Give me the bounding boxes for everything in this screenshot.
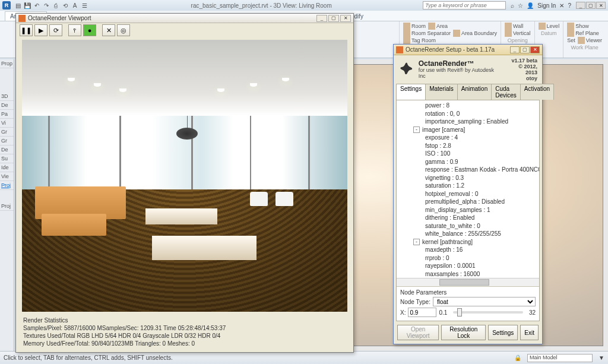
show-button[interactable]: Show: [575, 23, 589, 29]
panel-tab-gr2[interactable]: Gr: [0, 137, 14, 145]
tree-row[interactable]: exposure : 4: [399, 134, 537, 142]
panel-tab-vi[interactable]: Vi: [0, 119, 14, 128]
qat-sync-icon[interactable]: ⟲: [62, 2, 69, 9]
settings-button[interactable]: Settings: [488, 325, 518, 340]
setup-close-button[interactable]: ✕: [530, 46, 540, 53]
qat-open-icon[interactable]: ▤: [14, 2, 21, 9]
tree-row[interactable]: power : 8: [399, 102, 537, 110]
viewport-render-area[interactable]: [22, 40, 347, 312]
vp-maximize-button[interactable]: ▢: [328, 15, 339, 22]
close-button[interactable]: ✕: [596, 2, 606, 9]
filter-icon[interactable]: ▼: [598, 354, 604, 361]
tree-row[interactable]: importance_sampling : Enabled: [399, 118, 537, 126]
area-boundary-button[interactable]: Area Boundary: [461, 30, 497, 36]
tab-settings[interactable]: Settings: [396, 84, 426, 100]
workset-select[interactable]: Main Model: [527, 354, 593, 362]
panel-tab-prop[interactable]: Prop: [0, 59, 14, 68]
revit-app-icon[interactable]: R: [2, 1, 11, 10]
tree-row[interactable]: min_display_samples : 1: [399, 206, 537, 214]
room-button[interactable]: Room: [411, 23, 426, 29]
panel-tab-gr[interactable]: Gr: [0, 128, 14, 137]
subscription-icon[interactable]: ☆: [518, 2, 523, 9]
expand-icon[interactable]: -: [413, 126, 420, 133]
help-icon[interactable]: ?: [568, 2, 571, 9]
tree-row[interactable]: gamma : 0.9: [399, 158, 537, 166]
panel-tab-ide[interactable]: Ide: [0, 163, 14, 172]
qat-save-icon[interactable]: 💾: [24, 2, 31, 9]
panel-tab-de[interactable]: De: [0, 101, 14, 110]
play-button[interactable]: ▶: [34, 24, 48, 36]
vertical-button[interactable]: Vertical: [513, 30, 531, 36]
room-separator-button[interactable]: Room Separator: [411, 30, 451, 36]
settings-tree[interactable]: power : 8rotation : 0, 0importance_sampl…: [397, 100, 539, 278]
panel-tab-3d[interactable]: 3D: [0, 92, 14, 101]
area-button[interactable]: Area: [436, 23, 448, 29]
level-button[interactable]: Level: [547, 23, 560, 29]
tree-row[interactable]: -kernel [pathtracing]: [399, 238, 537, 246]
qat-undo-icon[interactable]: ↶: [33, 2, 40, 9]
tree-row[interactable]: maxdepth : 16: [399, 246, 537, 254]
node-type-select[interactable]: float: [433, 297, 536, 306]
qat-print-icon[interactable]: ⎙: [52, 2, 59, 9]
panel-tab-su[interactable]: Su: [0, 154, 14, 163]
tree-row[interactable]: fstop : 2.8: [399, 142, 537, 150]
wall-button[interactable]: Wall: [513, 23, 523, 29]
set-button[interactable]: Set: [567, 37, 575, 43]
panel-tab-de2[interactable]: De: [0, 145, 14, 154]
materials-button[interactable]: ●: [83, 24, 96, 36]
vp-minimize-button[interactable]: _: [316, 15, 327, 22]
tab-animation[interactable]: Animation: [457, 84, 492, 100]
qat-redo-icon[interactable]: ↷: [43, 2, 50, 9]
resolution-lock-button[interactable]: Resolution Lock: [441, 325, 486, 340]
pause-button[interactable]: ❚❚: [20, 24, 33, 36]
qat-measure-icon[interactable]: A: [71, 2, 78, 9]
signin-icon[interactable]: 👤: [527, 2, 534, 9]
viewer-button[interactable]: Viewer: [586, 37, 602, 43]
tree-row[interactable]: -imager [camera]: [399, 126, 537, 134]
panel-tab-proj2[interactable]: Proj: [0, 202, 14, 211]
x-slider[interactable]: [453, 311, 523, 314]
tree-row[interactable]: hotpixel_removal : 0: [399, 190, 537, 198]
focus-button[interactable]: ◎: [117, 24, 130, 36]
tag-room-button[interactable]: Tag Room: [411, 37, 436, 43]
tree-row[interactable]: saturation : 1.2: [399, 182, 537, 190]
setup-minimize-button[interactable]: _: [510, 46, 520, 53]
setup-title-bar[interactable]: OctaneRender Setup - beta 1.17a _ ▢ ✕: [394, 45, 542, 55]
panel-tab-proj[interactable]: Proj: [0, 181, 14, 190]
vp-close-button[interactable]: ✕: [340, 15, 351, 22]
refplane-button[interactable]: Ref Plane: [575, 30, 599, 36]
tree-row[interactable]: rrprob : 0: [399, 254, 537, 262]
tree-row[interactable]: saturate_to_white : 0: [399, 222, 537, 230]
exchange-icon[interactable]: ✕: [559, 2, 564, 9]
tree-row[interactable]: maxsamples : 16000: [399, 270, 537, 278]
tree-row[interactable]: white_balance : 255/255/255: [399, 230, 537, 238]
panel-tab-pa[interactable]: Pa: [0, 110, 14, 119]
tab-activation[interactable]: Activation: [520, 84, 554, 100]
tree-row[interactable]: rayepsilon : 0.0001: [399, 262, 537, 270]
tree-row[interactable]: vignetting : 0.3: [399, 174, 537, 182]
panel-tab-vie[interactable]: Vie: [0, 172, 14, 181]
tab-materials[interactable]: Materials: [425, 84, 458, 100]
tree-row[interactable]: response : Eastman Kodak - Portra 400NCC…: [399, 166, 537, 174]
status-icon[interactable]: 🔒: [514, 354, 521, 361]
maximize-button[interactable]: ▢: [586, 2, 596, 9]
setup-maximize-button[interactable]: ▢: [520, 46, 530, 53]
tab-cuda[interactable]: Cuda Devices: [491, 84, 521, 100]
refresh-button[interactable]: ⟳: [49, 24, 62, 36]
exit-button[interactable]: Exit: [520, 325, 539, 340]
signin-label[interactable]: Sign In: [537, 2, 556, 9]
qat-more-icon[interactable]: ☰: [81, 2, 88, 9]
cancel-button[interactable]: ✕: [102, 24, 115, 36]
x-input[interactable]: [408, 308, 436, 317]
tree-row[interactable]: ISO : 100: [399, 150, 537, 158]
minimize-button[interactable]: _: [576, 2, 585, 9]
tree-row[interactable]: rotation : 0, 0: [399, 110, 537, 118]
viewport-title-bar[interactable]: OctaneRender Viewport _ ▢ ✕: [16, 14, 353, 23]
infocenter-icon[interactable]: ⌕: [511, 2, 514, 9]
expand-icon[interactable]: -: [413, 239, 420, 245]
stats-button[interactable]: ⫯: [68, 24, 81, 36]
search-input[interactable]: [423, 1, 506, 10]
tree-scrollbar[interactable]: [397, 278, 539, 286]
tree-row[interactable]: premultiplied_alpha : Disabled: [399, 198, 537, 206]
tree-row[interactable]: dithering : Enabled: [399, 214, 537, 222]
